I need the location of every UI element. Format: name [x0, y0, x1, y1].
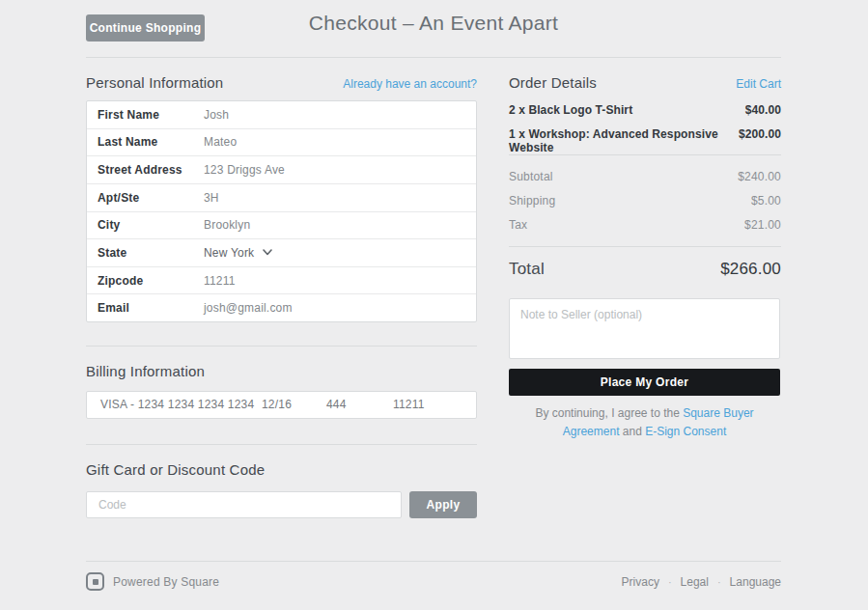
content-container: Continue Shopping Checkout – An Event Ap…: [86, 0, 781, 610]
tax-row: Tax $21.00: [509, 218, 781, 232]
subtotal-label: Subtotal: [509, 170, 553, 183]
tax-value: $21.00: [744, 218, 781, 232]
total-row: Total $266.00: [509, 260, 781, 279]
state-value: New York: [204, 246, 272, 260]
tax-label: Tax: [509, 218, 527, 232]
email-value: josh@gmail.com: [204, 301, 293, 315]
shipping-value: $5.00: [751, 194, 781, 208]
order-item-name: 1 x Workshop: Advanced Responsive Websit…: [509, 127, 739, 154]
legal-link[interactable]: Legal: [681, 575, 709, 589]
state-select[interactable]: State New York: [87, 239, 476, 267]
edit-cart-link[interactable]: Edit Cart: [736, 77, 781, 91]
page-title: Checkout – An Event Apart: [86, 12, 781, 35]
footer: Powered By Square Privacy · Legal · Lang…: [86, 572, 781, 591]
shipping-label: Shipping: [509, 194, 555, 208]
place-my-order-button[interactable]: Place My Order: [509, 369, 780, 396]
dot-separator: ·: [668, 576, 672, 588]
total-value: $266.00: [720, 260, 781, 279]
footer-divider: [86, 561, 781, 562]
street-address-label: Street Address: [98, 163, 204, 177]
personal-info-title: Personal Information: [86, 74, 223, 91]
gift-code-input[interactable]: [86, 491, 402, 518]
zipcode-field[interactable]: Zipcode 11211: [87, 267, 476, 295]
dot-separator: ·: [717, 576, 721, 588]
powered-by-square: Powered By Square: [86, 572, 219, 591]
email-label: Email: [98, 301, 204, 315]
powered-by-label: Powered By Square: [113, 575, 219, 589]
personal-info-header: Personal Information Already have an acc…: [86, 74, 477, 91]
already-have-account-link[interactable]: Already have an account?: [343, 77, 477, 91]
card-number-value: VISA - 1234 1234 1234 1234: [100, 392, 254, 418]
order-item: 1 x Workshop: Advanced Responsive Websit…: [509, 127, 781, 154]
total-label: Total: [509, 260, 545, 279]
city-field[interactable]: City Brooklyn: [87, 212, 476, 240]
chevron-down-icon: [263, 249, 272, 256]
order-item: 2 x Black Logo T-Shirt $40.00: [509, 103, 781, 117]
card-zip-value: 11211: [393, 392, 425, 418]
street-address-field[interactable]: Street Address 123 Driggs Ave: [87, 156, 476, 184]
city-label: City: [98, 218, 204, 232]
order-item-price: $40.00: [745, 103, 781, 117]
apt-ste-field[interactable]: Apt/Ste 3H: [87, 184, 476, 212]
gift-card-row: Apply: [86, 491, 477, 518]
last-name-field[interactable]: Last Name Mateo: [87, 129, 476, 157]
shipping-row: Shipping $5.00: [509, 194, 781, 208]
section-divider: [86, 346, 477, 347]
city-value: Brooklyn: [204, 218, 250, 232]
email-field[interactable]: Email josh@gmail.com: [87, 294, 476, 321]
billing-info-title: Billing Information: [86, 363, 205, 379]
order-divider: [509, 154, 781, 155]
agreement-text: By continuing, I agree to the Square Buy…: [509, 404, 780, 440]
card-cvv-value: 444: [326, 392, 347, 418]
first-name-field[interactable]: First Name Josh: [87, 101, 476, 129]
order-item-name: 2 x Black Logo T-Shirt: [509, 103, 632, 117]
first-name-value: Josh: [204, 108, 229, 122]
last-name-label: Last Name: [98, 135, 204, 149]
order-item-price: $200.00: [739, 127, 781, 154]
apply-button[interactable]: Apply: [409, 491, 477, 518]
card-expiry-value: 12/16: [262, 392, 292, 418]
privacy-link[interactable]: Privacy: [622, 575, 659, 589]
section-divider: [86, 444, 477, 445]
last-name-value: Mateo: [204, 135, 237, 149]
state-label: State: [98, 246, 204, 260]
square-logo-icon: [86, 572, 104, 591]
first-name-label: First Name: [98, 108, 204, 122]
note-to-seller-textarea[interactable]: [509, 298, 780, 359]
apt-ste-value: 3H: [204, 191, 219, 205]
subtotal-value: $240.00: [738, 170, 781, 183]
zipcode-value: 11211: [204, 274, 236, 288]
footer-links: Privacy · Legal · Language: [622, 575, 781, 589]
language-link[interactable]: Language: [730, 575, 781, 589]
street-address-value: 123 Driggs Ave: [204, 163, 285, 177]
gift-card-title: Gift Card or Discount Code: [86, 461, 265, 478]
agreement-and: and: [619, 425, 645, 438]
e-sign-consent-link[interactable]: E-Sign Consent: [645, 425, 726, 438]
checkout-page: Continue Shopping Checkout – An Event Ap…: [0, 0, 868, 610]
billing-card-row[interactable]: VISA - 1234 1234 1234 1234 12/16 444 112…: [86, 391, 477, 419]
apt-ste-label: Apt/Ste: [98, 191, 204, 205]
header-divider: [86, 57, 781, 58]
zipcode-label: Zipcode: [98, 274, 204, 288]
order-details-title: Order Details: [509, 74, 597, 91]
subtotal-row: Subtotal $240.00: [509, 170, 781, 183]
agreement-prefix: By continuing, I agree to the: [535, 406, 683, 420]
personal-info-form: First Name Josh Last Name Mateo Street A…: [86, 100, 477, 322]
order-details-header: Order Details Edit Cart: [509, 74, 781, 91]
order-divider: [509, 246, 781, 247]
